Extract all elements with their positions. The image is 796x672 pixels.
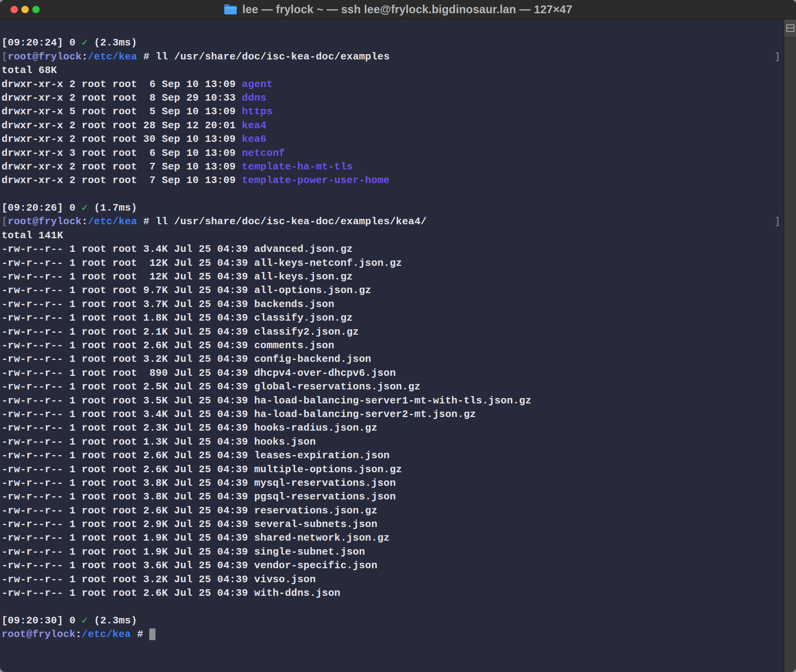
terminal-text: -rw-r--r-- 1 root root 3.2K Jul 25 04:39… <box>2 574 316 585</box>
terminal-line-content: -rw-r--r-- 1 root root 2.3K Jul 25 04:39… <box>2 421 377 435</box>
prompt-frame-bracket: [ <box>2 216 8 227</box>
terminal-line-content: drwxr-xr-x 2 root root 6 Sep 10 13:09 ag… <box>2 78 273 91</box>
terminal-line: -rw-r--r-- 1 root root 3.2K Jul 25 04:39… <box>2 353 780 366</box>
titlebar[interactable]: lee — frylock ~ — ssh lee@frylock.bigdin… <box>0 0 796 19</box>
terminal-line-content: [09:20:24] 0 ✓ (2.3ms) <box>2 36 137 50</box>
terminal-text: -rw-r--r-- 1 root root 2.6K Jul 25 04:39… <box>2 340 334 351</box>
terminal-line: -rw-r--r-- 1 root root 3.8K Jul 25 04:39… <box>2 490 780 504</box>
terminal-line-content: [09:20:26] 0 ✓ (1.7ms) <box>2 201 137 215</box>
folder-icon <box>223 3 237 15</box>
terminal-line-content: total 68K <box>2 64 57 77</box>
terminal-text: total 68K <box>2 65 57 76</box>
terminal-text: # <box>131 628 150 640</box>
terminal-line: -rw-r--r-- 1 root root 890 Jul 25 04:39 … <box>2 367 780 380</box>
terminal-line-content: -rw-r--r-- 1 root root 2.6K Jul 25 04:39… <box>2 463 402 477</box>
terminal-text: -rw-r--r-- 1 root root 2.6K Jul 25 04:39… <box>2 450 390 461</box>
terminal-text: (2.3ms) <box>88 37 137 49</box>
terminal-text: [09:20:24] 0 <box>2 37 82 49</box>
terminal-line-content: total 141K <box>2 229 63 243</box>
directory-name: template-power-user-home <box>242 175 389 186</box>
terminal-line-content: -rw-r--r-- 1 root root 3.8K Jul 25 04:39… <box>2 477 396 490</box>
terminal-text: [09:20:26] 0 <box>2 202 82 214</box>
terminal-line: drwxr-xr-x 5 root root 5 Sep 10 13:09 ht… <box>2 105 780 119</box>
terminal-text: -rw-r--r-- 1 root root 2.9K Jul 25 04:39… <box>2 518 377 530</box>
prompt-user-host: root@frylock <box>8 216 82 227</box>
terminal-line-content: -rw-r--r-- 1 root root 3.2K Jul 25 04:39… <box>2 573 316 586</box>
zoom-button[interactable] <box>32 6 40 13</box>
terminal-line-content: [root@frylock:/etc/kea # ll /usr/share/d… <box>2 215 427 229</box>
terminal-line: -rw-r--r-- 1 root root 12K Jul 25 04:39 … <box>2 257 780 270</box>
terminal-line: drwxr-xr-x 2 root root 7 Sep 10 13:09 te… <box>2 174 780 187</box>
terminal-line: drwxr-xr-x 2 root root 6 Sep 10 13:09 ag… <box>2 78 780 91</box>
terminal-line-content: [09:20:30] 0 ✓ (2.3ms) <box>2 614 137 628</box>
terminal-line <box>2 23 780 36</box>
terminal-line-content: -rw-r--r-- 1 root root 3.6K Jul 25 04:39… <box>2 559 377 573</box>
terminal-line: -rw-r--r-- 1 root root 2.6K Jul 25 04:39… <box>2 449 780 463</box>
prompt-cwd-path: /etc/kea <box>88 216 137 227</box>
minimize-button[interactable] <box>21 6 29 13</box>
terminal-line-content: -rw-r--r-- 1 root root 1.3K Jul 25 04:39… <box>2 435 316 449</box>
terminal-cursor <box>149 628 155 640</box>
prompt-frame-bracket: [ <box>2 51 8 63</box>
terminal-line: root@frylock:/etc/kea # <box>2 628 780 641</box>
terminal-line-content: drwxr-xr-x 2 root root 30 Sep 10 13:09 k… <box>2 133 267 146</box>
terminal-text: -rw-r--r-- 1 root root 2.6K Jul 25 04:39… <box>2 587 340 599</box>
terminal-text: -rw-r--r-- 1 root root 2.1K Jul 25 04:39… <box>2 326 359 338</box>
success-check-icon: ✓ <box>82 202 88 214</box>
terminal-line <box>2 188 780 201</box>
terminal-line: -rw-r--r-- 1 root root 3.4K Jul 25 04:39… <box>2 243 780 256</box>
terminal-text: -rw-r--r-- 1 root root 12K Jul 25 04:39 … <box>2 271 353 283</box>
terminal-line-content: -rw-r--r-- 1 root root 1.9K Jul 25 04:39… <box>2 531 390 545</box>
prompt-user-host: root@frylock <box>2 628 75 640</box>
terminal-line: [09:20:26] 0 ✓ (1.7ms) <box>2 201 780 215</box>
terminal-line: -rw-r--r-- 1 root root 3.8K Jul 25 04:39… <box>2 477 780 490</box>
terminal-line-content: drwxr-xr-x 5 root root 5 Sep 10 13:09 ht… <box>2 105 273 119</box>
terminal-line: drwxr-xr-x 2 root root 28 Sep 12 20:01 k… <box>2 119 780 133</box>
split-pane-icon <box>786 24 794 32</box>
terminal-line <box>2 600 780 614</box>
terminal-line: [root@frylock:/etc/kea # ll /usr/share/d… <box>2 50 780 64</box>
terminal-line: [root@frylock:/etc/kea # ll /usr/share/d… <box>2 215 780 229</box>
terminal-text: : <box>75 628 82 640</box>
terminal-text: drwxr-xr-x 2 root root 30 Sep 10 13:09 <box>2 133 242 145</box>
terminal-text: -rw-r--r-- 1 root root 3.8K Jul 25 04:39… <box>2 477 396 489</box>
terminal-line-content: [root@frylock:/etc/kea # ll /usr/share/d… <box>2 50 390 64</box>
directory-name: agent <box>242 79 272 90</box>
terminal-text: : <box>82 216 88 227</box>
terminal-output[interactable]: [09:20:24] 0 ✓ (2.3ms)[root@frylock:/etc… <box>0 19 784 672</box>
terminal-line: total 68K <box>2 64 780 77</box>
terminal-line-content: -rw-r--r-- 1 root root 2.6K Jul 25 04:39… <box>2 449 390 463</box>
terminal-line-content: -rw-r--r-- 1 root root 3.4K Jul 25 04:39… <box>2 408 476 421</box>
terminal-text: drwxr-xr-x 2 root root 8 Sep 29 10:33 <box>2 92 242 104</box>
terminal-line: [09:20:24] 0 ✓ (2.3ms) <box>2 36 780 50</box>
split-pane-button[interactable] <box>784 19 796 37</box>
terminal-line-content: -rw-r--r-- 1 root root 3.7K Jul 25 04:39… <box>2 298 334 311</box>
terminal-line-content: -rw-r--r-- 1 root root 2.6K Jul 25 04:39… <box>2 586 340 600</box>
prompt-right-bracket: ] <box>774 50 780 64</box>
terminal-window: lee — frylock ~ — ssh lee@frylock.bigdin… <box>0 0 796 672</box>
directory-name: netconf <box>242 147 285 159</box>
prompt-frame-bracket: ] <box>774 51 780 63</box>
close-button[interactable] <box>10 6 18 13</box>
terminal-line: -rw-r--r-- 1 root root 3.4K Jul 25 04:39… <box>2 408 780 421</box>
terminal-line: -rw-r--r-- 1 root root 1.9K Jul 25 04:39… <box>2 531 780 545</box>
prompt-cwd-path: /etc/kea <box>82 628 131 640</box>
terminal-line: -rw-r--r-- 1 root root 3.2K Jul 25 04:39… <box>2 573 780 586</box>
terminal-line: -rw-r--r-- 1 root root 2.9K Jul 25 04:39… <box>2 518 780 531</box>
directory-name: https <box>242 106 272 117</box>
window-title-text: lee — frylock ~ — ssh lee@frylock.bigdin… <box>242 3 572 16</box>
window-title: lee — frylock ~ — ssh lee@frylock.bigdin… <box>223 3 572 16</box>
traffic-lights <box>10 0 40 19</box>
terminal-text: (2.3ms) <box>88 615 137 627</box>
terminal-line-content: -rw-r--r-- 1 root root 3.8K Jul 25 04:39… <box>2 490 396 504</box>
scrollbar-track[interactable] <box>784 19 796 672</box>
terminal-line-content: -rw-r--r-- 1 root root 2.1K Jul 25 04:39… <box>2 325 359 339</box>
terminal-line: -rw-r--r-- 1 root root 2.6K Jul 25 04:39… <box>2 463 780 477</box>
terminal-text: total 141K <box>2 230 63 241</box>
directory-name: template-ha-mt-tls <box>242 161 353 173</box>
terminal-text: -rw-r--r-- 1 root root 3.5K Jul 25 04:39… <box>2 395 531 407</box>
terminal-text: -rw-r--r-- 1 root root 9.7K Jul 25 04:39… <box>2 285 371 296</box>
directory-name: kea6 <box>242 133 266 145</box>
terminal-line: -rw-r--r-- 1 root root 12K Jul 25 04:39 … <box>2 270 780 284</box>
terminal-line-content: drwxr-xr-x 2 root root 8 Sep 29 10:33 dd… <box>2 91 267 105</box>
